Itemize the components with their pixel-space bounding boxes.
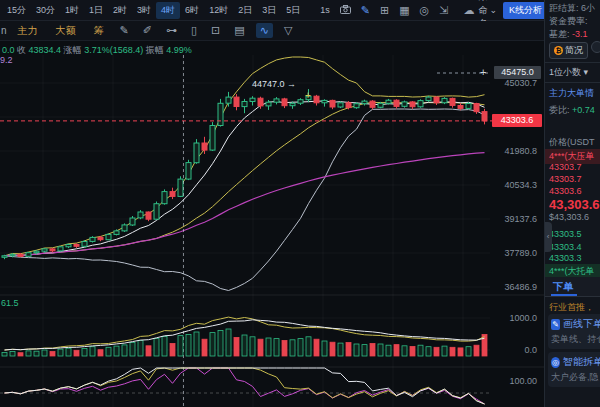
camera-icon[interactable] (335, 5, 356, 16)
filter-funnel-icon[interactable]: ▽ (277, 24, 299, 37)
bid-row[interactable]: 43303.4 (549, 242, 582, 252)
timeframe-1日[interactable]: 1日 (84, 2, 108, 19)
clipped-button[interactable] (591, 41, 600, 53)
kline-analysis-button[interactable]: K线分析 (503, 2, 548, 19)
smart-split-order-card[interactable]: ◎智能拆单 大户必备,隐 (548, 352, 600, 387)
candle[interactable] (442, 98, 447, 102)
chart-canvas[interactable] (0, 42, 544, 407)
candle[interactable] (298, 100, 303, 104)
candle[interactable] (482, 112, 487, 121)
candle[interactable] (418, 101, 423, 107)
candle[interactable] (266, 102, 271, 106)
candle[interactable] (194, 143, 199, 163)
box-tool-icon[interactable]: ▯ (184, 24, 204, 37)
decimals-dropdown[interactable]: 1位小数 ▾ (545, 62, 600, 83)
candle[interactable] (274, 99, 279, 102)
timeframe-3时[interactable]: 3时 (132, 2, 156, 19)
candle[interactable] (242, 102, 247, 107)
timeframe-5日[interactable]: 5日 (281, 2, 305, 19)
timeframe-6时[interactable]: 6时 (180, 2, 204, 19)
candle[interactable] (346, 103, 351, 108)
candle[interactable] (282, 99, 287, 106)
candle[interactable] (330, 100, 335, 107)
candle[interactable] (450, 98, 455, 105)
candle[interactable] (74, 245, 79, 247)
candle[interactable] (250, 98, 255, 101)
link-line-icon[interactable]: ⊶ (159, 24, 184, 37)
candle[interactable] (258, 98, 263, 106)
candle[interactable] (50, 249, 55, 251)
candle[interactable] (170, 192, 175, 197)
candle[interactable] (202, 143, 207, 150)
candle[interactable] (426, 97, 431, 101)
note-icon[interactable]: ▤ (227, 24, 251, 37)
target-icon[interactable]: ◎ (415, 5, 435, 16)
candlestick-chart[interactable]: 0.0 收 43834.4 涨幅 3.71%(1568.4) 振幅 4.99% … (0, 42, 544, 407)
candle[interactable] (10, 254, 15, 256)
fullscreen-icon[interactable]: ⇲ (434, 5, 453, 16)
candle[interactable] (106, 234, 111, 239)
candle[interactable] (90, 237, 95, 241)
timeframe-15分[interactable]: 15分 (2, 2, 31, 19)
ask-row[interactable]: 43303.7 (549, 162, 582, 172)
add-chart-icon[interactable]: ⊞ (375, 5, 394, 16)
copy-icon[interactable]: ⊡ (204, 24, 227, 37)
candle[interactable] (354, 104, 359, 108)
candle[interactable] (18, 254, 23, 256)
candle[interactable] (154, 204, 159, 220)
candle[interactable] (122, 225, 127, 231)
draw-line-order-card[interactable]: ✎画线下单 卖单线、持仓 (548, 314, 600, 349)
candle[interactable] (234, 97, 239, 106)
candle[interactable] (290, 103, 295, 105)
timeframe-30分[interactable]: 30分 (31, 2, 60, 19)
candle[interactable] (226, 97, 231, 103)
candle[interactable] (402, 102, 407, 106)
candle[interactable] (322, 100, 327, 102)
bid-row[interactable]: 43303.5 (549, 229, 582, 239)
pencil-icon[interactable]: ✎ (113, 24, 136, 37)
candle[interactable] (362, 101, 367, 104)
candle[interactable] (66, 245, 71, 247)
tab-place-order[interactable]: 下单 (553, 280, 573, 294)
sidebar-collapse-handle[interactable]: ‹ (544, 222, 552, 252)
candle[interactable] (114, 231, 119, 235)
candle[interactable] (458, 106, 463, 109)
timeframe-2日[interactable]: 2日 (233, 2, 257, 19)
candle[interactable] (466, 104, 471, 109)
timeframe-1s[interactable]: 1s (315, 3, 335, 17)
candle[interactable] (186, 163, 191, 180)
candle[interactable] (394, 100, 399, 106)
candle[interactable] (218, 103, 223, 125)
last-price-badge[interactable]: 43303.6 (492, 114, 542, 127)
timeframe-12时[interactable]: 12时 (204, 2, 233, 19)
tool-main-force[interactable]: 主力 (9, 24, 47, 38)
candle[interactable] (34, 251, 39, 253)
bid-row[interactable]: 43303.3 (549, 253, 582, 263)
candle[interactable] (210, 126, 215, 151)
candle[interactable] (146, 212, 151, 219)
ask-row[interactable]: 43303.7 (549, 174, 582, 184)
candle[interactable] (410, 102, 415, 107)
tool-chips[interactable]: 筹 (85, 24, 113, 38)
curve-tool-icon-active[interactable]: ∿ (256, 23, 273, 38)
ask-row[interactable]: 43303.6 (549, 186, 582, 196)
candle[interactable] (378, 103, 383, 107)
timeframe-3日[interactable]: 3日 (257, 2, 281, 19)
tool-large-orders[interactable]: 大额 (47, 24, 85, 38)
candle[interactable] (162, 192, 167, 204)
candle[interactable] (178, 179, 183, 196)
add-alert-icon[interactable]: + (480, 67, 486, 78)
candle[interactable] (130, 218, 135, 225)
candle[interactable] (138, 212, 143, 218)
candle[interactable] (98, 237, 103, 239)
candle[interactable] (2, 256, 7, 257)
candle[interactable] (474, 104, 479, 112)
pen-draw-icon[interactable]: ✐ (136, 24, 159, 37)
candle[interactable] (58, 247, 63, 251)
candle[interactable] (386, 100, 391, 103)
overview-button[interactable]: ₿ 简况 (549, 42, 588, 59)
image-snapshot-icon[interactable]: ▦ (394, 5, 414, 16)
draw-pencil-icon[interactable]: ✎ (356, 5, 375, 16)
candle[interactable] (338, 103, 343, 107)
candle[interactable] (314, 96, 319, 103)
